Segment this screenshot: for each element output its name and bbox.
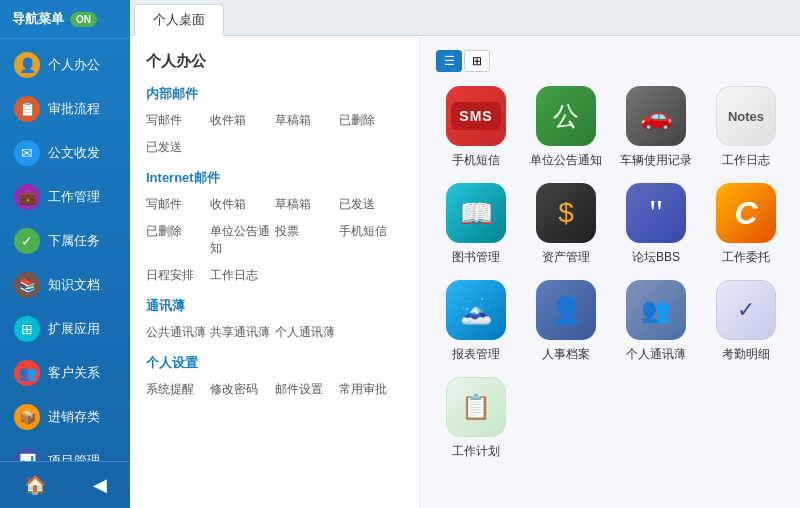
panel-title: 个人办公 [146, 52, 403, 71]
app-item-12[interactable]: 📋 工作计划 [436, 377, 516, 460]
menu-item-0-2[interactable]: 草稿箱 [275, 109, 339, 132]
sidebar-item-9[interactable]: 📊 项目管理 [0, 439, 130, 461]
app-label-3: 工作日志 [722, 152, 770, 169]
back-button[interactable]: ◀ [85, 470, 115, 500]
sidebar-nav: 👤 个人办公 📋 审批流程 ✉ 公文收发 💼 工作管理 ✓ 下属任务 📚 知识文… [0, 39, 130, 461]
sidebar-item-6[interactable]: ⊞ 扩展应用 [0, 307, 130, 351]
personnel-icon: 👤 [550, 295, 582, 326]
section-grid-1: 写邮件收件箱草稿箱已发送已删除单位公告通知投票手机短信日程安排工作日志 [146, 193, 403, 287]
menu-item-1-8[interactable]: 日程安排 [146, 264, 210, 287]
app-label-7: 工作委托 [722, 249, 770, 266]
nav-toggle[interactable]: ON [70, 12, 97, 27]
sidebar-icon-4: ✓ [14, 228, 40, 254]
menu-item-3-0[interactable]: 系统提醒 [146, 378, 210, 401]
sidebar-label-6: 扩展应用 [48, 320, 100, 338]
app-label-4: 图书管理 [452, 249, 500, 266]
menu-item-0-3[interactable]: 已删除 [339, 109, 403, 132]
menu-item-2-1[interactable]: 共享通讯薄 [210, 321, 274, 344]
tab-0[interactable]: 个人桌面 [134, 4, 224, 36]
app-label-1: 单位公告通知 [530, 152, 602, 169]
menu-item-1-4[interactable]: 已删除 [146, 220, 210, 260]
app-label-10: 个人通讯薄 [626, 346, 686, 363]
app-item-0[interactable]: SMS 手机短信 [436, 86, 516, 169]
menu-item-2-0[interactable]: 公共通讯薄 [146, 321, 210, 344]
home-button[interactable]: 🏠 [16, 470, 54, 500]
sidebar-title: 导航菜单 [12, 10, 64, 28]
section-grid-0: 写邮件收件箱草稿箱已删除已发送 [146, 109, 403, 159]
app-item-3[interactable]: Notes 工作日志 [706, 86, 786, 169]
menu-item-2-2[interactable]: 个人通讯薄 [275, 321, 339, 344]
sidebar-item-7[interactable]: 👥 客户关系 [0, 351, 130, 395]
app-item-10[interactable]: 👥 个人通讯薄 [616, 280, 696, 363]
grid-view-btn[interactable]: ⊞ [464, 50, 490, 72]
app-icon-6: " [626, 183, 686, 243]
delegate-icon: C [734, 195, 757, 232]
sidebar-label-9: 项目管理 [48, 452, 100, 461]
app-item-4[interactable]: 📖 图书管理 [436, 183, 516, 266]
sidebar-item-8[interactable]: 📦 进销存类 [0, 395, 130, 439]
sidebar-icon-0: 👤 [14, 52, 40, 78]
sidebar-icon-6: ⊞ [14, 316, 40, 342]
app-item-1[interactable]: 公 单位公告通知 [526, 86, 606, 169]
app-item-9[interactable]: 👤 人事档案 [526, 280, 606, 363]
menu-item-3-2[interactable]: 邮件设置 [275, 378, 339, 401]
sidebar-item-1[interactable]: 📋 审批流程 [0, 87, 130, 131]
menu-item-0-1[interactable]: 收件箱 [210, 109, 274, 132]
menu-item-1-5[interactable]: 单位公告通知 [210, 220, 274, 260]
menu-item-1-9[interactable]: 工作日志 [210, 264, 274, 287]
sidebar-label-0: 个人办公 [48, 56, 100, 74]
menu-item-1-7[interactable]: 手机短信 [339, 220, 403, 260]
menu-item-1-0[interactable]: 写邮件 [146, 193, 210, 216]
bbs-icon: " [649, 192, 664, 234]
sidebar-icon-9: 📊 [14, 448, 40, 461]
section-title-3: 个人设置 [146, 354, 403, 372]
sidebar-icon-2: ✉ [14, 140, 40, 166]
content-area: 个人办公 内部邮件写邮件收件箱草稿箱已删除已发送Internet邮件写邮件收件箱… [130, 36, 800, 508]
menu-item-3-1[interactable]: 修改密码 [210, 378, 274, 401]
menu-item-0-0[interactable]: 写邮件 [146, 109, 210, 132]
app-icon-2: 🚗 [626, 86, 686, 146]
sidebar-label-2: 公文收发 [48, 144, 100, 162]
grid-icon: ⊞ [472, 54, 482, 68]
sidebar-item-0[interactable]: 👤 个人办公 [0, 43, 130, 87]
app-item-2[interactable]: 🚗 车辆使用记录 [616, 86, 696, 169]
library-icon: 📖 [459, 197, 494, 230]
sidebar-icon-3: 💼 [14, 184, 40, 210]
tab-bar: 个人桌面 [130, 0, 800, 36]
sidebar: 导航菜单 ON 👤 个人办公 📋 审批流程 ✉ 公文收发 💼 工作管理 ✓ 下属… [0, 0, 130, 508]
app-item-8[interactable]: 🗻 报表管理 [436, 280, 516, 363]
app-item-6[interactable]: " 论坛BBS [616, 183, 696, 266]
menu-item-1-2[interactable]: 草稿箱 [275, 193, 339, 216]
right-panel: ☰ ⊞ SMS 手机短信 公 单位公告通知 🚗 车辆使用记录 Notes 工作日… [420, 36, 800, 508]
sidebar-item-2[interactable]: ✉ 公文收发 [0, 131, 130, 175]
diary-icon: Notes [728, 109, 764, 124]
app-icon-3: Notes [716, 86, 776, 146]
app-icon-8: 🗻 [446, 280, 506, 340]
section-title-2: 通讯薄 [146, 297, 403, 315]
app-label-5: 资产管理 [542, 249, 590, 266]
plan-icon: 📋 [461, 393, 491, 421]
main-content: 个人桌面 个人办公 内部邮件写邮件收件箱草稿箱已删除已发送Internet邮件写… [130, 0, 800, 508]
menu-item-1-6[interactable]: 投票 [275, 220, 339, 260]
sidebar-icon-5: 📚 [14, 272, 40, 298]
app-icon-4: 📖 [446, 183, 506, 243]
app-icon-12: 📋 [446, 377, 506, 437]
sidebar-item-3[interactable]: 💼 工作管理 [0, 175, 130, 219]
app-label-2: 车辆使用记录 [620, 152, 692, 169]
menu-item-1-1[interactable]: 收件箱 [210, 193, 274, 216]
left-panel: 个人办公 内部邮件写邮件收件箱草稿箱已删除已发送Internet邮件写邮件收件箱… [130, 36, 420, 508]
menu-item-3-3[interactable]: 常用审批 [339, 378, 403, 401]
menu-item-0-4[interactable]: 已发送 [146, 136, 210, 159]
app-grid: SMS 手机短信 公 单位公告通知 🚗 车辆使用记录 Notes 工作日志 📖 … [436, 86, 784, 460]
contacts-icon: 👥 [641, 296, 671, 324]
app-item-11[interactable]: ✓ 考勤明细 [706, 280, 786, 363]
app-item-7[interactable]: C 工作委托 [706, 183, 786, 266]
list-view-btn[interactable]: ☰ [436, 50, 462, 72]
report-icon: 🗻 [460, 295, 492, 326]
car-icon: 🚗 [640, 101, 672, 132]
sidebar-item-4[interactable]: ✓ 下属任务 [0, 219, 130, 263]
menu-item-1-3[interactable]: 已发送 [339, 193, 403, 216]
sidebar-item-5[interactable]: 📚 知识文档 [0, 263, 130, 307]
list-icon: ☰ [444, 54, 455, 68]
app-item-5[interactable]: $ 资产管理 [526, 183, 606, 266]
